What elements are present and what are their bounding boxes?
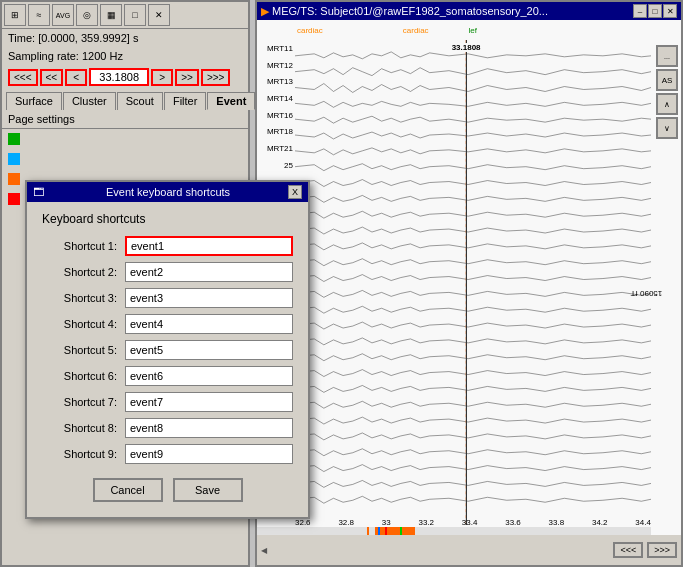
shortcut-row-1: Shortcut 1: (42, 236, 293, 256)
tick-34-4: 34.4 (635, 518, 651, 527)
nav-btn-far-fwd[interactable]: >>> (201, 69, 231, 86)
tab-scout[interactable]: Scout (117, 92, 163, 110)
cancel-button[interactable]: Cancel (93, 478, 163, 502)
dialog-close-btn[interactable]: X (288, 185, 302, 199)
waveform-area: 33.1808 (295, 40, 651, 525)
meg-minimize-btn[interactable]: – (633, 4, 647, 18)
ch-label-mrt11: MRT11 (257, 44, 295, 53)
meg-window: ▶ MEG/TS: Subject01/@rawEF1982_somatosen… (255, 0, 683, 567)
rec-icon-btn[interactable]: ◎ (76, 4, 98, 26)
ch-label-mrt12: MRT12 (257, 61, 295, 70)
avg-icon-btn[interactable]: AVG (52, 4, 74, 26)
close-icon-btn[interactable]: ✕ (148, 4, 170, 26)
shortcut-6-input[interactable] (125, 366, 293, 386)
tick-34-2: 34.2 (592, 518, 608, 527)
top-markers: cardiac cardiac lef (297, 22, 651, 38)
dialog-section-title: Keyboard shortcuts (42, 212, 293, 226)
shortcut-row-4: Shortcut 4: (42, 314, 293, 334)
view-icon-btn[interactable]: ▦ (100, 4, 122, 26)
shortcut-row-9: Shortcut 9: (42, 444, 293, 464)
waveform-svg (295, 40, 651, 525)
marker-cardiac-2: cardiac (403, 26, 429, 35)
extra-icon-btn[interactable]: □ (124, 4, 146, 26)
nav-btn-back2[interactable]: << (40, 69, 64, 86)
tick-32-6: 32.6 (295, 518, 311, 527)
nav-btn-back1[interactable]: < (65, 69, 87, 86)
shortcut-4-input[interactable] (125, 314, 293, 334)
scroll-arrow-left[interactable]: ◀ (261, 546, 300, 555)
shortcut-3-input[interactable] (125, 288, 293, 308)
tick-32-8: 32.8 (338, 518, 354, 527)
shortcut-6-label: Shortcut 6: (42, 370, 117, 382)
ch-label-mrt16: MRT16 (257, 111, 295, 120)
shortcut-7-label: Shortcut 7: (42, 396, 117, 408)
meg-content: cardiac cardiac lef MRT11 MRT12 MRT13 MR… (257, 20, 681, 565)
wave-icon-btn[interactable]: ≈ (28, 4, 50, 26)
sampling-info: Sampling rate: 1200 Hz (2, 47, 248, 65)
tick-33-2: 33.2 (418, 518, 434, 527)
bottom-fwd-btn[interactable]: >>> (647, 542, 677, 558)
dialog-event-keyboard-shortcuts: 🗔 Event keyboard shortcuts X Keyboard sh… (25, 180, 310, 519)
shortcut-1-input[interactable] (125, 236, 293, 256)
meg-titlebar: ▶ MEG/TS: Subject01/@rawEF1982_somatosen… (257, 2, 681, 20)
bottom-back-btn[interactable]: <<< (613, 542, 643, 558)
shortcut-2-input[interactable] (125, 262, 293, 282)
shortcut-row-5: Shortcut 5: (42, 340, 293, 360)
right-dots-btn[interactable]: ... (656, 45, 678, 67)
marker-green: lef (469, 26, 477, 35)
sampling-value: 1200 Hz (82, 50, 123, 62)
shortcut-row-6: Shortcut 6: (42, 366, 293, 386)
tab-event[interactable]: Event (207, 92, 255, 110)
shortcut-2-label: Shortcut 2: (42, 266, 117, 278)
shortcut-1-label: Shortcut 1: (42, 240, 117, 252)
cursor-line (466, 40, 467, 525)
swatch-green (8, 133, 20, 145)
shortcut-row-3: Shortcut 3: (42, 288, 293, 308)
grid-icon-btn[interactable]: ⊞ (4, 4, 26, 26)
right-panel: ... AS ∧ ∨ (653, 40, 681, 525)
meg-titlebar-buttons: – □ ✕ (633, 4, 677, 18)
ch-label-mrt14: MRT14 (257, 94, 295, 103)
tab-cluster[interactable]: Cluster (63, 92, 116, 110)
dialog-buttons: Cancel Save (42, 470, 293, 507)
meg-maximize-btn[interactable]: □ (648, 4, 662, 18)
tab-surface[interactable]: Surface (6, 92, 62, 110)
time-value: [0.0000, 359.9992] s (38, 32, 138, 44)
shortcut-5-input[interactable] (125, 340, 293, 360)
ch-label-25: 25 (257, 161, 295, 170)
dialog-content: Keyboard shortcuts Shortcut 1: Shortcut … (27, 202, 308, 517)
shortcut-row-2: Shortcut 2: (42, 262, 293, 282)
ch-label-mrt13: MRT13 (257, 77, 295, 86)
meg-title: ▶ MEG/TS: Subject01/@rawEF1982_somatosen… (261, 5, 548, 18)
dialog-title-text: Event keyboard shortcuts (106, 186, 230, 198)
shortcut-8-input[interactable] (125, 418, 293, 438)
tabs-bar: Surface Cluster Scout Filter Event (2, 89, 248, 110)
save-button[interactable]: Save (173, 478, 243, 502)
tab-filter[interactable]: Filter (164, 92, 206, 110)
shortcut-9-input[interactable] (125, 444, 293, 464)
dialog-titlebar: 🗔 Event keyboard shortcuts X (27, 182, 308, 202)
time-label: Time: (8, 32, 35, 44)
shortcut-8-label: Shortcut 8: (42, 422, 117, 434)
nav-btn-far-back[interactable]: <<< (8, 69, 38, 86)
time-info: Time: [0.0000, 359.9992] s (2, 29, 248, 47)
shortcut-7-input[interactable] (125, 392, 293, 412)
dialog-title-icon: 🗔 (33, 186, 44, 198)
sampling-label: Sampling rate: (8, 50, 79, 62)
shortcut-3-label: Shortcut 3: (42, 292, 117, 304)
right-up-btn[interactable]: ∧ (656, 93, 678, 115)
right-down-btn[interactable]: ∨ (656, 117, 678, 139)
tick-33-4: 33.4 (462, 518, 478, 527)
nav-btn-fwd1[interactable]: > (151, 69, 173, 86)
right-as-btn[interactable]: AS (656, 69, 678, 91)
tick-33-8: 33.8 (549, 518, 565, 527)
toolbar: ⊞ ≈ AVG ◎ ▦ □ ✕ (2, 2, 248, 29)
shortcut-row-7: Shortcut 7: (42, 392, 293, 412)
meg-close-btn[interactable]: ✕ (663, 4, 677, 18)
shortcut-4-label: Shortcut 4: (42, 318, 117, 330)
nav-value-input[interactable] (89, 68, 149, 86)
scrollbar[interactable] (257, 527, 651, 535)
shortcut-5-label: Shortcut 5: (42, 344, 117, 356)
nav-btn-fwd2[interactable]: >> (175, 69, 199, 86)
cursor-label: 33.1808 (452, 43, 481, 52)
